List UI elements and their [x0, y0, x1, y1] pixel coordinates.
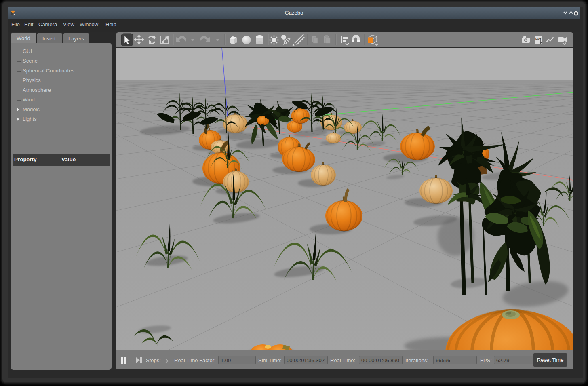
svg-text:LOG: LOG [535, 37, 541, 40]
